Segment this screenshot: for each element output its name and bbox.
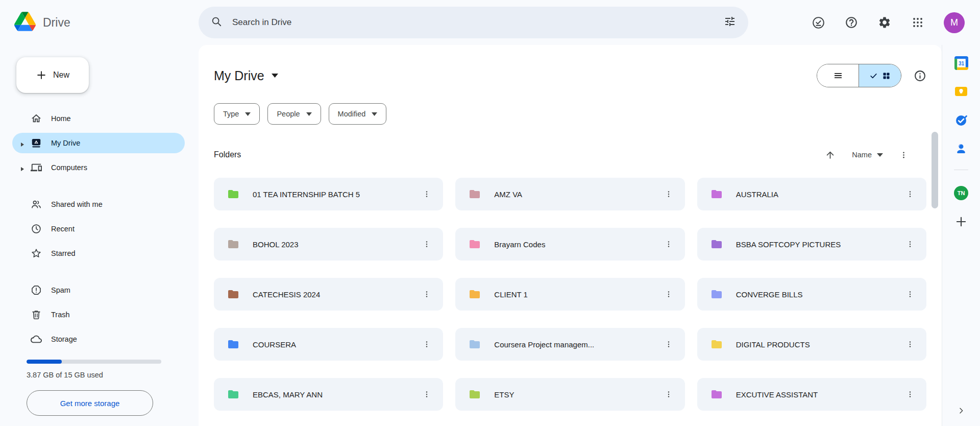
- folder-more-icon[interactable]: [418, 235, 436, 253]
- contacts-icon[interactable]: [953, 141, 969, 156]
- details-info-icon[interactable]: [914, 69, 926, 82]
- sidebar-item-recent[interactable]: Recent: [12, 219, 185, 239]
- folder-more-icon[interactable]: [901, 385, 919, 404]
- rail-divider: [954, 170, 968, 170]
- grid-view-button[interactable]: [859, 64, 901, 87]
- add-addon-icon[interactable]: [953, 214, 969, 229]
- folder-icon: [227, 238, 239, 250]
- sidebar-item-shared-with-me[interactable]: Shared with me: [12, 194, 185, 215]
- folder-name: AMZ VA: [494, 190, 646, 199]
- folder-more-icon[interactable]: [418, 285, 436, 303]
- sidebar-nav: Home My Drive: [12, 108, 185, 349]
- folder-icon: [710, 388, 723, 400]
- folder-more-icon[interactable]: [418, 185, 436, 203]
- storage-bar-fill: [27, 360, 62, 364]
- sort-direction-icon[interactable]: [825, 150, 836, 160]
- folder-name: Brayarn Codes: [494, 240, 646, 249]
- sidebar-item-computers[interactable]: Computers: [12, 157, 185, 178]
- layout-toggle: [817, 64, 901, 87]
- folder-card[interactable]: ETSY: [455, 378, 684, 411]
- folder-card[interactable]: EXCUTIVE ASSISTANT: [697, 378, 926, 411]
- expand-caret-icon[interactable]: [20, 165, 24, 173]
- folder-card[interactable]: Coursera Project managem...: [455, 328, 684, 361]
- tn-addon-icon[interactable]: TN: [953, 185, 969, 201]
- folder-icon: [469, 388, 481, 400]
- folder-more-icon[interactable]: [418, 335, 436, 353]
- folder-card[interactable]: BOHOL 2023: [214, 228, 443, 261]
- folder-card[interactable]: DIGITAL PRODUCTS: [697, 328, 926, 361]
- folder-name: ETSY: [494, 390, 646, 399]
- clock-icon: [31, 223, 42, 234]
- my-drive-icon: [31, 137, 42, 149]
- folder-icon: [710, 338, 723, 350]
- sidebar-item-starred[interactable]: Starred: [12, 243, 185, 264]
- more-options-icon[interactable]: [899, 151, 908, 159]
- search-options-icon[interactable]: [724, 15, 736, 30]
- folder-card[interactable]: COURSERA: [214, 328, 443, 361]
- get-more-storage-button[interactable]: Get more storage: [27, 390, 153, 416]
- chip-label: Type: [223, 110, 239, 118]
- offline-status-icon[interactable]: [811, 15, 825, 30]
- folder-more-icon[interactable]: [659, 385, 678, 404]
- folder-more-icon[interactable]: [901, 285, 919, 303]
- folder-card[interactable]: AMZ VA: [455, 178, 684, 210]
- folder-card[interactable]: 01 TEA INTERNSHIP BATCH 5: [214, 178, 443, 210]
- sidebar-item-storage[interactable]: Storage: [12, 329, 185, 349]
- folder-more-icon[interactable]: [901, 235, 919, 253]
- folder-more-icon[interactable]: [659, 335, 678, 353]
- folder-card[interactable]: AUSTRALIA: [697, 178, 926, 210]
- settings-gear-icon[interactable]: [877, 15, 892, 30]
- sidebar-item-my-drive[interactable]: My Drive: [12, 133, 185, 153]
- folder-card[interactable]: EBCAS, MARY ANN: [214, 378, 443, 411]
- folder-more-icon[interactable]: [901, 185, 919, 203]
- drive-logo-icon: [14, 12, 36, 33]
- folder-name: DIGITAL PRODUCTS: [736, 340, 888, 349]
- folder-card[interactable]: CONVERGE BILLS: [697, 278, 926, 311]
- folder-card[interactable]: CLIENT 1: [455, 278, 684, 311]
- folder-card[interactable]: BSBA SOFTCOPY PICTURES: [697, 228, 926, 261]
- svg-text:31: 31: [959, 60, 965, 66]
- google-apps-icon[interactable]: [911, 15, 925, 30]
- sidebar-item-trash[interactable]: Trash: [12, 304, 185, 325]
- scrollbar-thumb[interactable]: [932, 132, 938, 208]
- folder-icon: [469, 188, 481, 200]
- filter-chip-people[interactable]: People: [267, 103, 321, 125]
- sidebar: New Home: [0, 45, 199, 426]
- folder-icon: [469, 338, 481, 350]
- page-title[interactable]: My Drive: [214, 68, 278, 83]
- user-avatar[interactable]: M: [944, 12, 965, 33]
- folder-card[interactable]: CATECHESIS 2024: [214, 278, 443, 311]
- computers-icon: [31, 162, 42, 173]
- search-input[interactable]: [231, 17, 715, 28]
- folder-more-icon[interactable]: [659, 185, 678, 203]
- folder-more-icon[interactable]: [659, 285, 678, 303]
- folder-more-icon[interactable]: [901, 335, 919, 353]
- sort-by-name[interactable]: Name: [852, 151, 883, 159]
- tasks-icon[interactable]: [953, 112, 969, 128]
- chip-label: Modified: [338, 110, 366, 118]
- drive-logo[interactable]: Drive: [0, 12, 199, 33]
- chip-label: People: [277, 110, 300, 118]
- search-bar[interactable]: [199, 7, 748, 38]
- folder-card[interactable]: Brayarn Codes: [455, 228, 684, 261]
- calendar-icon[interactable]: 31: [953, 55, 969, 70]
- expand-caret-icon[interactable]: [20, 140, 24, 149]
- sidebar-item-label: Starred: [51, 249, 76, 257]
- sidebar-item-label: Spam: [51, 286, 70, 294]
- folder-more-icon[interactable]: [659, 235, 678, 253]
- collapse-rail-icon[interactable]: [957, 407, 965, 417]
- filter-chip-type[interactable]: Type: [214, 103, 260, 125]
- sidebar-item-spam[interactable]: Spam: [12, 280, 185, 300]
- sidebar-item-home[interactable]: Home: [12, 108, 185, 129]
- list-view-button[interactable]: [817, 64, 859, 87]
- folder-name: COURSERA: [253, 340, 404, 349]
- folder-name: CATECHESIS 2024: [253, 290, 404, 299]
- folder-more-icon[interactable]: [418, 385, 436, 404]
- search-icon[interactable]: [211, 16, 222, 29]
- keep-icon[interactable]: [953, 84, 969, 99]
- filter-chip-modified[interactable]: Modified: [329, 103, 387, 125]
- help-icon[interactable]: [844, 15, 859, 30]
- new-button[interactable]: New: [16, 57, 89, 93]
- storage-bar-track: [27, 360, 161, 364]
- sidebar-item-label: Computers: [51, 163, 87, 172]
